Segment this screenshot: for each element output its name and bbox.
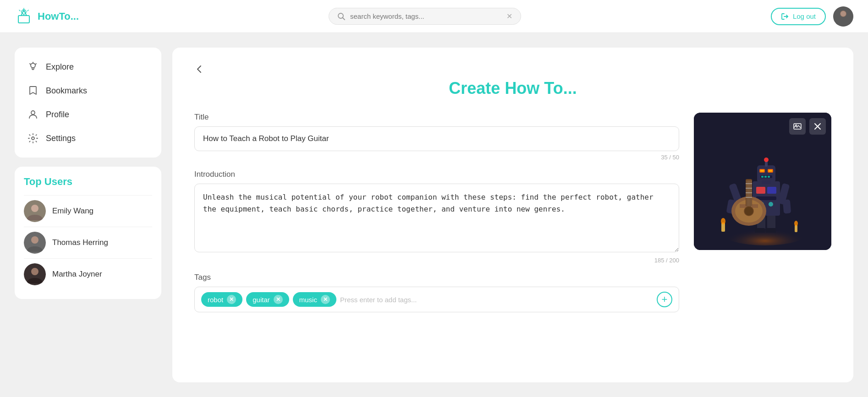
sidebar-item-profile-label: Profile xyxy=(46,110,69,120)
tag-remove-button[interactable]: ✕ xyxy=(227,295,236,304)
tag-label: robot xyxy=(208,296,223,304)
tag-pill: guitar ✕ xyxy=(246,292,289,307)
user-name: Thomas Herring xyxy=(52,238,108,247)
tag-label: music xyxy=(299,296,317,304)
header-right: Log out xyxy=(771,6,853,27)
sidebar-item-settings-label: Settings xyxy=(46,134,76,143)
title-char-count: 35 / 50 xyxy=(194,154,679,161)
back-icon xyxy=(194,64,204,74)
svg-rect-70 xyxy=(761,176,764,178)
search-icon xyxy=(337,12,346,21)
logout-button[interactable]: Log out xyxy=(771,8,826,25)
logout-icon xyxy=(781,12,789,21)
page-title: Create How To... xyxy=(194,79,831,98)
title-section: Title 35 / 50 xyxy=(194,113,679,161)
tags-add-button[interactable]: + xyxy=(657,292,672,307)
list-item[interactable]: Emily Wang xyxy=(24,195,152,227)
app-header: HowTo... ✕ Log out xyxy=(0,0,868,33)
avatar xyxy=(24,200,46,222)
back-button[interactable] xyxy=(194,64,204,74)
image-preview xyxy=(694,113,831,250)
sidebar-item-settings[interactable]: Settings xyxy=(18,126,158,150)
sidebar-item-bookmarks-label: Bookmarks xyxy=(46,86,87,96)
svg-line-4 xyxy=(27,10,28,11)
image-change-button[interactable] xyxy=(789,118,806,135)
svg-point-19 xyxy=(31,205,38,212)
svg-rect-61 xyxy=(757,165,775,183)
sidebar-nav: Explore Bookmarks Profile xyxy=(15,48,161,158)
form-area: Title 35 / 50 Introduction 185 / 200 Tag… xyxy=(194,113,831,312)
list-item[interactable]: Martha Joyner xyxy=(24,258,152,290)
user-name: Emily Wang xyxy=(52,207,93,216)
bookmark-icon xyxy=(27,85,38,96)
svg-rect-72 xyxy=(768,176,770,178)
svg-rect-71 xyxy=(764,176,767,178)
intro-char-count: 185 / 200 xyxy=(194,257,679,264)
list-item[interactable]: Thomas Herring xyxy=(24,227,152,258)
svg-line-14 xyxy=(30,64,31,65)
svg-rect-39 xyxy=(756,187,765,194)
svg-rect-62 xyxy=(762,180,771,184)
intro-label: Introduction xyxy=(194,170,679,179)
profile-icon xyxy=(27,109,38,120)
image-panel xyxy=(694,113,831,250)
clear-search-icon[interactable]: ✕ xyxy=(506,12,512,21)
logo[interactable]: HowTo... xyxy=(15,7,79,26)
main-content: Create How To... Title 35 / 50 Introduct… xyxy=(172,48,853,382)
avatar xyxy=(24,232,46,254)
tag-remove-button[interactable]: ✕ xyxy=(321,295,330,304)
user-avatar[interactable] xyxy=(833,6,853,27)
sidebar-item-bookmarks[interactable]: Bookmarks xyxy=(18,79,158,103)
top-users-panel: Top Users Emily Wang xyxy=(15,167,161,299)
avatar xyxy=(24,263,46,285)
logo-icon xyxy=(15,7,33,26)
svg-line-3 xyxy=(19,10,20,11)
form-left: Title 35 / 50 Introduction 185 / 200 Tag… xyxy=(194,113,679,312)
main-layout: Explore Bookmarks Profile xyxy=(0,33,868,397)
close-icon xyxy=(814,123,821,130)
svg-point-43 xyxy=(769,202,773,207)
svg-rect-37 xyxy=(766,228,776,233)
search-bar[interactable]: ✕ xyxy=(329,8,521,25)
tag-remove-button[interactable]: ✕ xyxy=(274,295,283,304)
user-name: Martha Joyner xyxy=(52,270,102,279)
intro-textarea[interactable] xyxy=(194,184,679,252)
svg-point-60 xyxy=(744,207,753,216)
svg-point-23 xyxy=(31,268,38,275)
image-controls xyxy=(789,118,826,135)
svg-point-31 xyxy=(721,218,725,224)
svg-point-68 xyxy=(764,158,769,162)
svg-rect-65 xyxy=(760,170,764,172)
tag-pill: music ✕ xyxy=(293,292,336,307)
svg-line-7 xyxy=(342,17,345,20)
title-input[interactable] xyxy=(194,126,679,151)
tags-label: Tags xyxy=(194,273,679,282)
svg-rect-66 xyxy=(769,170,772,172)
title-label: Title xyxy=(194,113,679,122)
svg-point-12 xyxy=(31,63,35,68)
image-remove-button[interactable] xyxy=(809,118,826,135)
svg-point-17 xyxy=(32,137,34,140)
logout-label: Log out xyxy=(793,12,816,20)
svg-rect-47 xyxy=(783,199,791,213)
svg-line-15 xyxy=(36,64,37,65)
svg-rect-36 xyxy=(755,228,765,233)
top-users-title: Top Users xyxy=(24,176,152,188)
tags-section: Tags robot ✕ guitar ✕ music ✕ xyxy=(194,273,679,312)
logo-text: HowTo... xyxy=(38,11,79,22)
intro-section: Introduction 185 / 200 xyxy=(194,170,679,264)
tags-field: robot ✕ guitar ✕ music ✕ Press enter to … xyxy=(194,287,679,312)
sidebar-item-explore-label: Explore xyxy=(46,62,74,72)
image-icon xyxy=(793,122,802,131)
settings-icon xyxy=(27,133,38,144)
svg-point-21 xyxy=(31,236,38,244)
svg-rect-40 xyxy=(767,187,776,194)
tags-placeholder: Press enter to add tags... xyxy=(340,296,653,304)
sidebar-item-explore[interactable]: Explore xyxy=(18,55,158,79)
tag-pill: robot ✕ xyxy=(201,292,242,307)
svg-point-33 xyxy=(794,221,798,226)
svg-rect-35 xyxy=(767,213,775,229)
svg-rect-0 xyxy=(18,16,29,23)
sidebar-item-profile[interactable]: Profile xyxy=(18,103,158,126)
search-input[interactable] xyxy=(350,12,502,20)
